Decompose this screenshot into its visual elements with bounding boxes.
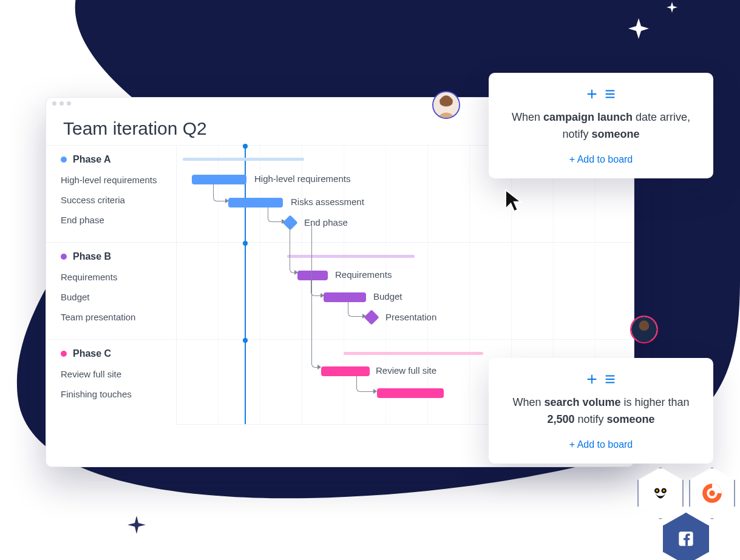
- phase-dot-icon: [61, 157, 67, 163]
- today-indicator: [245, 243, 246, 339]
- svg-point-3: [639, 320, 650, 331]
- today-indicator: [245, 340, 246, 424]
- phase-summary-bar[interactable]: [183, 158, 304, 161]
- facebook-badge[interactable]: [663, 513, 709, 560]
- svg-point-7: [663, 490, 665, 491]
- list-icon: [603, 87, 617, 101]
- plus-icon: [585, 373, 599, 386]
- phase-b-label: Phase B: [73, 251, 111, 262]
- phase-b-tasks: Phase B Requirements Budget Team present…: [46, 243, 177, 340]
- phase-c-tasks: Phase C Review full site Finishing touch…: [46, 340, 177, 425]
- cursor-icon: [504, 188, 524, 212]
- gantt-bar-label: Presentation: [385, 312, 436, 322]
- phase-dot-icon: [61, 254, 67, 260]
- traffic-dot: [59, 101, 64, 106]
- phase-dot-icon: [61, 351, 67, 357]
- traffic-dot: [52, 101, 56, 106]
- phase-b-chart[interactable]: Requirements Budget Presentation: [177, 243, 634, 340]
- traffic-dot: [67, 101, 71, 106]
- add-to-board-button[interactable]: + Add to board: [507, 439, 695, 450]
- task-label[interactable]: High-level requirements: [46, 170, 176, 190]
- task-label[interactable]: Review full site: [46, 364, 176, 384]
- hootsuite-icon: [650, 483, 671, 504]
- task-label[interactable]: Budget: [46, 287, 176, 307]
- automation-rule-text: When search volume is higher than 2,500 …: [507, 394, 695, 428]
- dependency-arrow-icon: [348, 302, 364, 317]
- automation-recipe-icons: [507, 87, 695, 101]
- gantt-bar-label: Risks assessment: [291, 197, 364, 207]
- avatar[interactable]: [630, 315, 658, 343]
- sparkle-icon: [127, 516, 146, 534]
- plus-icon: [585, 87, 599, 101]
- dependency-arrow-icon: [311, 224, 319, 368]
- dependency-arrow-icon: [356, 376, 375, 392]
- avatar[interactable]: [432, 91, 460, 119]
- gantt-bar[interactable]: [324, 292, 366, 302]
- gantt-bar[interactable]: [192, 175, 246, 184]
- gantt-bar-label: Budget: [373, 291, 402, 302]
- gantt-bar-label: High-level requirements: [254, 174, 350, 184]
- phase-c-label: Phase C: [73, 348, 111, 359]
- semrush-badge[interactable]: [689, 467, 735, 519]
- dependency-arrow-icon: [268, 207, 283, 222]
- semrush-icon: [701, 482, 724, 505]
- sparkle-icon: [628, 18, 649, 39]
- add-to-board-button[interactable]: + Add to board: [507, 154, 695, 165]
- automation-card-campaign: When campaign launch date arrive, notify…: [489, 73, 713, 178]
- list-icon: [603, 373, 617, 386]
- automation-recipe-icons: [507, 373, 695, 386]
- phase-header[interactable]: Phase C: [46, 340, 176, 364]
- gantt-bar-label: Requirements: [335, 269, 392, 280]
- task-label[interactable]: Team presentation: [46, 307, 176, 327]
- gantt-bar[interactable]: [228, 198, 283, 207]
- automation-card-search-volume: When search volume is higher than 2,500 …: [489, 358, 713, 464]
- phase-header[interactable]: Phase A: [46, 146, 176, 170]
- svg-point-10: [709, 490, 715, 496]
- automation-rule-text: When campaign launch date arrive, notify…: [507, 109, 695, 143]
- task-label[interactable]: Finishing touches: [46, 384, 176, 404]
- gantt-bar-label: End phase: [304, 217, 348, 228]
- dependency-arrow-icon: [290, 224, 296, 273]
- gantt-bar[interactable]: [377, 388, 444, 398]
- phase-a-label: Phase A: [73, 154, 111, 165]
- gantt-bar[interactable]: [321, 366, 370, 376]
- sparkle-icon: [667, 2, 677, 13]
- dependency-arrow-icon: [213, 184, 226, 201]
- task-label[interactable]: Requirements: [46, 267, 176, 287]
- phase-summary-bar[interactable]: [344, 352, 483, 355]
- svg-point-6: [656, 490, 658, 491]
- gantt-bar-label: Review full site: [376, 365, 436, 376]
- hootsuite-badge[interactable]: [637, 467, 684, 519]
- phase-header[interactable]: Phase B: [46, 243, 176, 267]
- task-label[interactable]: End phase: [46, 210, 176, 230]
- phase-a-tasks: Phase A High-level requirements Success …: [46, 146, 177, 243]
- task-label[interactable]: Success criteria: [46, 190, 176, 210]
- phase-summary-bar[interactable]: [287, 255, 415, 258]
- facebook-icon: [677, 530, 694, 547]
